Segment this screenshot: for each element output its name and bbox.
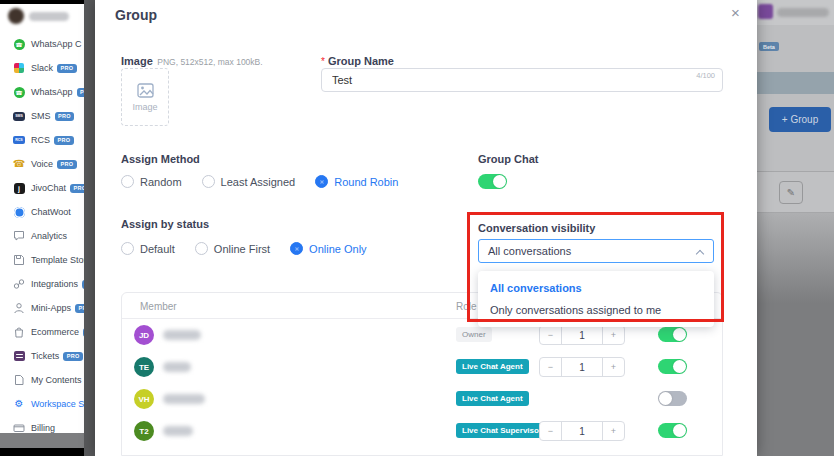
role-badge: Owner: [456, 327, 492, 342]
sidebar: ☎ WhatsApp C Slack PRO ☎ WhatsApp PRO SM…: [0, 4, 84, 433]
member-name-redacted: [163, 394, 205, 404]
modal-title: Group: [115, 7, 157, 23]
increment-button[interactable]: +: [602, 358, 624, 376]
radio-round-robin[interactable]: Round Robin: [315, 175, 398, 188]
sidebar-item-integrations[interactable]: Integrations PRO: [0, 272, 84, 296]
assign-by-status-radio-group: Default Online First Online Only: [121, 242, 367, 255]
radio-least-assigned[interactable]: Least Assigned: [202, 175, 296, 188]
info-banner: [757, 72, 834, 94]
pro-badge: PRO: [57, 160, 77, 169]
decrement-button[interactable]: −: [540, 422, 562, 440]
radio-icon: [315, 175, 328, 188]
increment-button[interactable]: +: [602, 326, 624, 344]
user-name-redacted: [777, 8, 829, 17]
sidebar-item-voice[interactable]: ☎ Voice PRO: [0, 152, 84, 176]
template-store-icon: [13, 254, 25, 266]
mini-apps-icon: [13, 302, 25, 314]
image-box-label: Image: [132, 102, 157, 112]
whatsapp-icon: ☎: [13, 86, 25, 98]
add-group-button[interactable]: + Group: [769, 107, 831, 132]
radio-icon: [195, 242, 208, 255]
group-name-input[interactable]: [322, 69, 722, 91]
conversation-visibility-select[interactable]: All conversations: [478, 239, 714, 263]
sidebar-item-ecommerce[interactable]: Ecommerce PRO: [0, 320, 84, 344]
sidebar-item-rcs[interactable]: RCS RCS PRO: [0, 128, 84, 152]
sidebar-item-template-store[interactable]: Template Store: [0, 248, 84, 272]
radio-icon: [202, 175, 215, 188]
assign-by-status-label: Assign by status: [121, 218, 209, 230]
pencil-icon: ✎: [787, 187, 795, 198]
member-enabled-toggle[interactable]: [658, 391, 687, 406]
sidebar-item-billing[interactable]: Billing: [0, 416, 84, 433]
sidebar-item-whatsapp-cloud[interactable]: ☎ WhatsApp C: [0, 32, 84, 56]
workspace-name-redacted: [29, 12, 69, 21]
radio-online-first[interactable]: Online First: [195, 242, 270, 255]
pro-badge: PRO: [75, 304, 84, 313]
dimmed-overlay: [757, 213, 834, 456]
conversation-visibility-dropdown: All conversations Only conversations ass…: [478, 271, 714, 327]
sidebar-nav: ☎ WhatsApp C Slack PRO ☎ WhatsApp PRO SM…: [0, 32, 84, 433]
avatar: VH: [134, 389, 154, 409]
group-chat-label: Group Chat: [478, 153, 539, 165]
sidebar-item-tickets[interactable]: Tickets PRO: [0, 344, 84, 368]
assign-method-label: Assign Method: [121, 153, 200, 165]
sidebar-item-chatwoot[interactable]: ChatWoot: [0, 200, 84, 224]
billing-card-icon: [13, 422, 25, 433]
sidebar-item-slack[interactable]: Slack PRO: [0, 56, 84, 80]
radio-default[interactable]: Default: [121, 242, 175, 255]
radio-icon: [290, 242, 303, 255]
sidebar-item-whatsapp[interactable]: ☎ WhatsApp PRO: [0, 80, 84, 104]
radio-online-only[interactable]: Online Only: [290, 242, 366, 255]
table-row: VH Live Chat Agent: [122, 383, 722, 415]
table-row: TE Live Chat Agent − 1 +: [122, 351, 722, 383]
radio-random[interactable]: Random: [121, 175, 182, 188]
tickets-icon: [13, 350, 25, 362]
top-bar: [757, 0, 834, 25]
radio-icon: [121, 242, 134, 255]
group-modal: Group × Image PNG, 512x512, max 100kB. I…: [95, 0, 757, 456]
document-icon: [13, 374, 25, 386]
page-background-dimmed: Beta + Group ✎: [757, 0, 834, 456]
column-role: Role: [456, 301, 477, 312]
pro-badge: PRO: [77, 88, 84, 97]
select-value: All conversations: [488, 245, 571, 257]
sidebar-item-my-contents[interactable]: My Contents PRO: [0, 368, 84, 392]
image-field-label: Image PNG, 512x512, max 100kB.: [121, 51, 263, 69]
sidebar-item-jivochat[interactable]: j JivoChat PRO: [0, 176, 84, 200]
analytics-icon: [13, 230, 25, 242]
sidebar-item-workspace-settings[interactable]: ⚙ Workspace Sett: [0, 392, 84, 416]
conversation-visibility-label: Conversation visibility: [478, 222, 595, 234]
chat-limit-stepper: − 1 +: [539, 325, 625, 345]
group-chat-toggle[interactable]: [478, 174, 507, 189]
chat-limit-stepper: − 1 +: [539, 357, 625, 377]
sidebar-item-sms[interactable]: SMS SMS PRO: [0, 104, 84, 128]
member-enabled-toggle[interactable]: [658, 359, 687, 374]
member-enabled-toggle[interactable]: [658, 327, 687, 342]
increment-button[interactable]: +: [602, 422, 624, 440]
member-name-redacted: [163, 330, 201, 340]
gear-icon: ⚙: [13, 398, 25, 410]
close-icon[interactable]: ×: [731, 4, 740, 21]
sidebar-item-mini-apps[interactable]: Mini-Apps PRO: [0, 296, 84, 320]
workspace-switcher[interactable]: [0, 4, 84, 30]
image-icon: [137, 83, 154, 98]
member-enabled-toggle[interactable]: [658, 423, 687, 438]
pro-badge: PRO: [55, 112, 75, 121]
sidebar-item-analytics[interactable]: Analytics: [0, 224, 84, 248]
integrations-icon: [13, 278, 25, 290]
screen: ☎ WhatsApp C Slack PRO ☎ WhatsApp PRO SM…: [0, 0, 834, 456]
role-badge: Live Chat Agent: [456, 391, 529, 406]
image-upload-dropzone[interactable]: Image: [121, 68, 169, 126]
decrement-button[interactable]: −: [540, 358, 562, 376]
avatar: T2: [134, 421, 154, 441]
jivochat-icon: j: [13, 182, 25, 194]
decrement-button[interactable]: −: [540, 326, 562, 344]
edit-button[interactable]: ✎: [779, 181, 803, 204]
option-all-conversations[interactable]: All conversations: [478, 277, 714, 299]
role-badge: Live Chat Supervisor: [456, 423, 548, 438]
option-only-assigned[interactable]: Only conversations assigned to me: [478, 299, 714, 321]
pro-badge: PRO: [54, 136, 74, 145]
stepper-value: 1: [562, 358, 602, 376]
chevron-up-icon: [696, 250, 704, 258]
column-member: Member: [140, 301, 177, 312]
